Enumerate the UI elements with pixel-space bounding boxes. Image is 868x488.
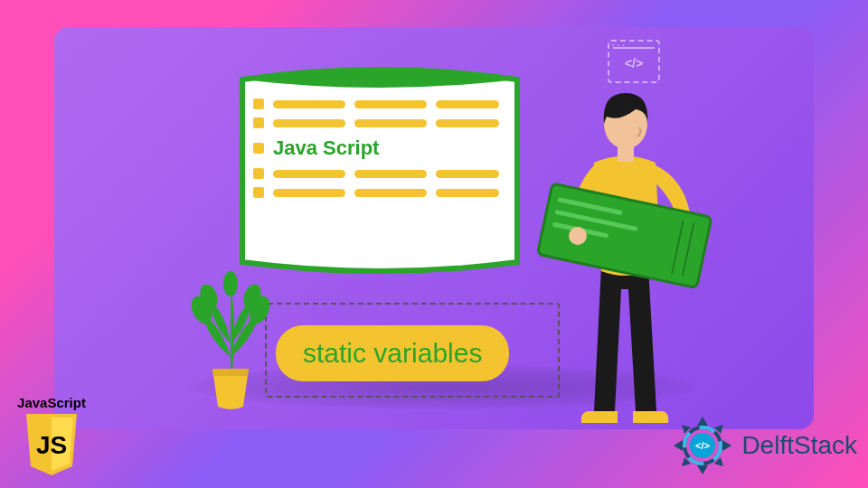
document-card: Java Script <box>235 54 524 276</box>
svg-text:</>: </> <box>695 440 710 451</box>
person-illustration <box>529 77 723 434</box>
delftstack-name: DelftStack <box>741 431 857 460</box>
delftstack-badge-icon: </> <box>671 414 734 477</box>
javascript-logo: JavaScript JS <box>11 395 92 477</box>
delftstack-logo: </> DelftStack <box>671 414 857 477</box>
document-title: Java Script <box>273 136 379 160</box>
code-symbol: </> <box>625 56 643 70</box>
plant-decoration <box>185 271 276 416</box>
js-monogram: JS <box>36 431 67 459</box>
svg-point-4 <box>223 271 238 296</box>
svg-point-16 <box>569 227 587 245</box>
topic-label-pill: static variables <box>276 325 509 381</box>
illustration-stage: • • • </> Java Script static variables <box>54 27 814 429</box>
javascript-logo-label: JavaScript <box>11 395 92 410</box>
